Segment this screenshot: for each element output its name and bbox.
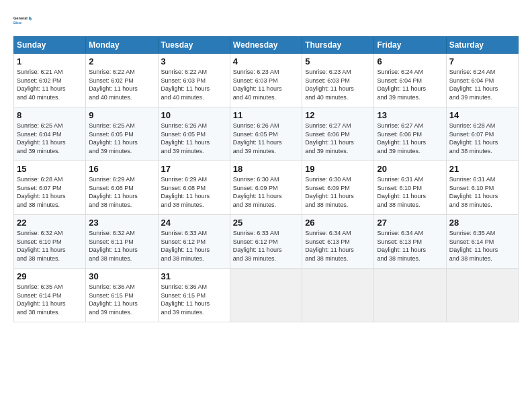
day-cell: 18Sunrise: 6:30 AM Sunset: 6:09 PM Dayli… [230,161,302,215]
day-number: 21 [449,164,515,174]
day-number: 9 [89,110,154,120]
day-info: Sunrise: 6:24 AM Sunset: 6:04 PM Dayligh… [377,68,443,101]
day-info: Sunrise: 6:26 AM Sunset: 6:05 PM Dayligh… [161,122,227,155]
day-cell: 8Sunrise: 6:25 AM Sunset: 6:04 PM Daylig… [14,107,86,161]
day-cell: 17Sunrise: 6:29 AM Sunset: 6:08 PM Dayli… [158,161,230,215]
day-number: 14 [449,110,515,120]
day-info: Sunrise: 6:35 AM Sunset: 6:14 PM Dayligh… [17,283,83,316]
day-cell: 31Sunrise: 6:36 AM Sunset: 6:15 PM Dayli… [158,269,230,322]
day-cell [302,269,374,322]
calendar-table: SundayMondayTuesdayWednesdayThursdayFrid… [13,36,519,322]
day-info: Sunrise: 6:23 AM Sunset: 6:03 PM Dayligh… [305,68,371,101]
day-number: 15 [17,164,83,174]
day-cell: 20Sunrise: 6:31 AM Sunset: 6:10 PM Dayli… [374,161,446,215]
week-row-4: 22Sunrise: 6:32 AM Sunset: 6:10 PM Dayli… [14,215,519,269]
day-number: 31 [161,271,227,281]
day-info: Sunrise: 6:25 AM Sunset: 6:04 PM Dayligh… [17,122,83,155]
day-info: Sunrise: 6:32 AM Sunset: 6:11 PM Dayligh… [89,229,154,263]
day-cell: 22Sunrise: 6:32 AM Sunset: 6:10 PM Dayli… [14,215,86,269]
day-number: 24 [161,218,227,228]
header-cell-sunday: Sunday [14,37,86,54]
day-info: Sunrise: 6:21 AM Sunset: 6:02 PM Dayligh… [17,68,83,101]
day-cell: 15Sunrise: 6:28 AM Sunset: 6:07 PM Dayli… [14,161,86,215]
day-number: 6 [377,56,443,66]
day-cell: 14Sunrise: 6:28 AM Sunset: 6:07 PM Dayli… [446,107,518,161]
svg-text:Blue: Blue [13,21,21,25]
day-cell: 13Sunrise: 6:27 AM Sunset: 6:06 PM Dayli… [374,107,446,161]
day-number: 19 [305,164,371,174]
day-number: 29 [17,271,83,281]
logo-icon: GeneralBlue [13,11,32,30]
day-cell: 7Sunrise: 6:24 AM Sunset: 6:04 PM Daylig… [446,54,518,107]
day-info: Sunrise: 6:29 AM Sunset: 6:08 PM Dayligh… [89,175,154,209]
day-cell: 23Sunrise: 6:32 AM Sunset: 6:11 PM Dayli… [86,215,158,269]
day-info: Sunrise: 6:31 AM Sunset: 6:10 PM Dayligh… [377,175,443,209]
day-number: 4 [233,56,299,66]
day-number: 11 [233,110,299,120]
day-number: 22 [17,218,83,228]
week-row-5: 29Sunrise: 6:35 AM Sunset: 6:14 PM Dayli… [14,269,519,322]
header-cell-thursday: Thursday [302,37,374,54]
day-info: Sunrise: 6:27 AM Sunset: 6:06 PM Dayligh… [377,122,443,155]
day-cell: 28Sunrise: 6:35 AM Sunset: 6:14 PM Dayli… [446,215,518,269]
day-info: Sunrise: 6:22 AM Sunset: 6:02 PM Dayligh… [89,68,154,101]
day-info: Sunrise: 6:35 AM Sunset: 6:14 PM Dayligh… [449,229,515,263]
day-cell [374,269,446,322]
day-info: Sunrise: 6:30 AM Sunset: 6:09 PM Dayligh… [233,175,299,209]
day-cell: 11Sunrise: 6:26 AM Sunset: 6:05 PM Dayli… [230,107,302,161]
calendar-body: 1Sunrise: 6:21 AM Sunset: 6:02 PM Daylig… [14,54,519,322]
day-cell: 6Sunrise: 6:24 AM Sunset: 6:04 PM Daylig… [374,54,446,107]
day-info: Sunrise: 6:28 AM Sunset: 6:07 PM Dayligh… [449,122,515,155]
day-info: Sunrise: 6:36 AM Sunset: 6:15 PM Dayligh… [161,283,227,316]
day-cell [446,269,518,322]
day-info: Sunrise: 6:31 AM Sunset: 6:10 PM Dayligh… [449,175,515,209]
header-cell-monday: Monday [86,37,158,54]
day-info: Sunrise: 6:34 AM Sunset: 6:13 PM Dayligh… [377,229,443,263]
day-number: 1 [17,56,83,66]
day-number: 12 [305,110,371,120]
day-cell: 1Sunrise: 6:21 AM Sunset: 6:02 PM Daylig… [14,54,86,107]
day-number: 26 [305,218,371,228]
day-number: 30 [89,271,154,281]
day-cell: 9Sunrise: 6:25 AM Sunset: 6:05 PM Daylig… [86,107,158,161]
day-cell: 26Sunrise: 6:34 AM Sunset: 6:13 PM Dayli… [302,215,374,269]
day-number: 20 [377,164,443,174]
day-number: 25 [233,218,299,228]
day-cell: 4Sunrise: 6:23 AM Sunset: 6:03 PM Daylig… [230,54,302,107]
header-cell-friday: Friday [374,37,446,54]
day-cell: 25Sunrise: 6:33 AM Sunset: 6:12 PM Dayli… [230,215,302,269]
day-info: Sunrise: 6:30 AM Sunset: 6:09 PM Dayligh… [305,175,371,209]
day-info: Sunrise: 6:32 AM Sunset: 6:10 PM Dayligh… [17,229,83,263]
svg-text:General: General [13,16,28,20]
day-number: 2 [89,56,154,66]
day-number: 5 [305,56,371,66]
day-cell: 16Sunrise: 6:29 AM Sunset: 6:08 PM Dayli… [86,161,158,215]
day-cell: 30Sunrise: 6:36 AM Sunset: 6:15 PM Dayli… [86,269,158,322]
day-info: Sunrise: 6:34 AM Sunset: 6:13 PM Dayligh… [305,229,371,263]
header-cell-saturday: Saturday [446,37,518,54]
day-info: Sunrise: 6:25 AM Sunset: 6:05 PM Dayligh… [89,122,154,155]
day-info: Sunrise: 6:23 AM Sunset: 6:03 PM Dayligh… [233,68,299,101]
day-cell: 2Sunrise: 6:22 AM Sunset: 6:02 PM Daylig… [86,54,158,107]
day-cell: 19Sunrise: 6:30 AM Sunset: 6:09 PM Dayli… [302,161,374,215]
header-cell-wednesday: Wednesday [230,37,302,54]
day-number: 7 [449,56,515,66]
day-number: 16 [89,164,154,174]
day-number: 23 [89,218,154,228]
header-row: SundayMondayTuesdayWednesdayThursdayFrid… [14,37,519,54]
day-cell: 5Sunrise: 6:23 AM Sunset: 6:03 PM Daylig… [302,54,374,107]
day-number: 27 [377,218,443,228]
day-cell: 12Sunrise: 6:27 AM Sunset: 6:06 PM Dayli… [302,107,374,161]
day-number: 13 [377,110,443,120]
day-info: Sunrise: 6:28 AM Sunset: 6:07 PM Dayligh… [17,175,83,209]
day-cell: 29Sunrise: 6:35 AM Sunset: 6:14 PM Dayli… [14,269,86,322]
week-row-1: 1Sunrise: 6:21 AM Sunset: 6:02 PM Daylig… [14,54,519,107]
calendar-page: GeneralBlue SundayMondayTuesdayWednesday… [0,0,532,411]
day-info: Sunrise: 6:27 AM Sunset: 6:06 PM Dayligh… [305,122,371,155]
day-info: Sunrise: 6:33 AM Sunset: 6:12 PM Dayligh… [233,229,299,263]
day-number: 3 [161,56,227,66]
day-number: 18 [233,164,299,174]
day-info: Sunrise: 6:26 AM Sunset: 6:05 PM Dayligh… [233,122,299,155]
day-info: Sunrise: 6:29 AM Sunset: 6:08 PM Dayligh… [161,175,227,209]
day-number: 17 [161,164,227,174]
